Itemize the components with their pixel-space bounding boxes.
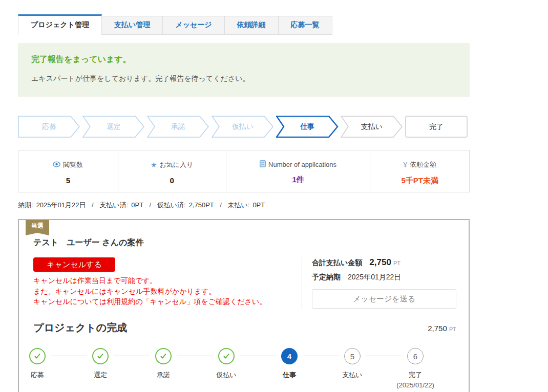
separator: / [92, 201, 94, 209]
payment-meta: 納期:2025年01月22日 / 支払い済:0PT / 仮払い済:2,750PT… [18, 201, 470, 210]
progress-stepper: 応募 選定 承諾 仮払い [29, 348, 470, 389]
provisional-value: 2,750PT [189, 201, 214, 209]
flow-step-label: 仕事 [276, 116, 339, 138]
status-alert: 完了報告をまっています。 エキスパートが仕事をしております。完了報告を待ってくだ… [18, 43, 470, 97]
stat-amount-value: 5千PT未満 [370, 176, 469, 186]
cancel-notes: キャンセルは作業当日まで可能です。 また、キャンセルにはキャンセル手数料がかかり… [33, 275, 289, 307]
flow-step-acceptance: 承諾 [147, 116, 209, 138]
project-title: テスト ユーザー さんの案件 [33, 237, 456, 248]
total-payment-value: 2,750 [369, 257, 391, 268]
check-circle-icon [218, 348, 235, 364]
card-columns: キャンセルする キャンセルは作業当日まで可能です。 また、キャンセルにはキャンセ… [33, 257, 456, 309]
check-circle-icon [155, 348, 172, 364]
stat-favorites: ★ お気に入り 0 [118, 150, 226, 192]
step-number-circle: 5 [344, 348, 361, 364]
stat-applications: Number of applications 1件 [226, 150, 370, 192]
flow-step-label: 承諾 [147, 116, 209, 138]
yen-icon: ¥ [403, 161, 407, 168]
document-icon [260, 160, 266, 168]
cancel-button[interactable]: キャンセルする [33, 257, 115, 272]
total-payment-unit: PT [393, 260, 401, 266]
cancel-note-line: キャンセルについては利用規約の「キャンセル」項をご確認ください。 [33, 296, 289, 307]
total-payment-label: 合計支払い金額 [312, 258, 362, 268]
section-title: プロジェクトの完成 [33, 321, 127, 335]
cancel-section: キャンセルする キャンセルは作業当日まで可能です。 また、キャンセルにはキャンセ… [33, 257, 302, 309]
connector-line [366, 356, 402, 356]
unpaid-value: 0PT [252, 201, 265, 209]
tab-application-list[interactable]: 応募一覧 [278, 16, 332, 35]
flow-step-label: 完了 [405, 116, 468, 138]
flow-step-label: 選定 [82, 116, 145, 138]
stat-favorites-label: ★ お気に入り [118, 160, 226, 169]
step-number-circle: 4 [281, 348, 298, 364]
flow-step-label: 支払い [341, 116, 403, 138]
connector-line [51, 356, 87, 356]
paid-label: 支払い済: [99, 201, 128, 209]
flow-step-label: 応募 [18, 116, 80, 138]
progress-step-apply: 応募 [29, 348, 92, 389]
tab-messages[interactable]: メッセージ [162, 16, 224, 35]
deadline-label: 納期: [18, 201, 33, 209]
payment-summary: 合計支払い金額 2,750 PT 予定納期 2025年01月22日 メッセージを… [302, 257, 456, 309]
connector-line [114, 356, 150, 356]
check-circle-icon [92, 348, 109, 364]
stat-views-label: 閲覧数 [18, 160, 118, 169]
tab-project-management[interactable]: プロジェクト管理 [18, 14, 102, 35]
flow-step-payment: 支払い [341, 116, 403, 138]
deadline-value: 2025年01月22日 [36, 201, 86, 209]
flow-step-selection: 選定 [82, 116, 145, 138]
project-page: プロジェクト管理 支払い管理 メッセージ 依頼詳細 応募一覧 完了報告をまってい… [18, 0, 470, 392]
stats-bar: 閲覧数 5 ★ お気に入り 0 Number of applications 1… [18, 150, 470, 192]
stat-applications-value: 1件 [226, 175, 370, 185]
tab-request-details[interactable]: 依頼詳細 [224, 16, 279, 35]
due-date-label: 予定納期 [312, 273, 341, 282]
flow-step-apply: 応募 [18, 116, 80, 138]
completion-date: (2025/01/22) [387, 381, 444, 389]
connector-line [240, 356, 276, 356]
cancel-note-line: また、キャンセルにはキャンセル手数料がかかります。 [33, 286, 289, 297]
alert-title: 完了報告をまっています。 [31, 54, 456, 65]
provisional-label: 仮払い済: [157, 201, 186, 209]
progress-step-work: 4 仕事 [281, 348, 344, 389]
section-heading-row: プロジェクトの完成 2,750 PT [33, 321, 456, 335]
progress-step-selection: 選定 [92, 348, 155, 389]
check-circle-icon [29, 348, 46, 364]
project-card: 当選 テスト ユーザー さんの案件 キャンセルする キャンセルは作業当日まで可能… [18, 219, 470, 392]
winner-badge: 当選 [26, 219, 49, 235]
tab-payment-management[interactable]: 支払い管理 [101, 16, 163, 35]
alert-body: エキスパートが仕事をしております。完了報告を待ってください。 [31, 74, 456, 83]
flow-step-provisional-payment: 仮払い [212, 116, 274, 138]
cancel-note-line: キャンセルは作業当日まで可能です。 [33, 275, 289, 286]
flow-step-complete: 完了 [405, 116, 468, 138]
separator: / [220, 201, 222, 209]
due-date-value: 2025年01月22日 [348, 273, 401, 282]
stat-amount: ¥ 依頼金額 5千PT未満 [370, 150, 469, 192]
flow-step-work: 仕事 [276, 116, 339, 138]
unpaid-label: 未払い: [227, 201, 249, 209]
workflow-steps: 応募 選定 承諾 仮払い 仕事 支払い [18, 116, 470, 138]
paid-value: 0PT [131, 201, 143, 209]
progress-step-acceptance: 承諾 [155, 348, 218, 389]
due-date-row: 予定納期 2025年01月22日 [312, 273, 456, 282]
stat-amount-label: ¥ 依頼金額 [370, 160, 469, 169]
star-icon: ★ [151, 161, 157, 168]
separator: / [150, 201, 152, 209]
eye-icon [53, 161, 60, 168]
connector-line [177, 356, 213, 356]
progress-step-complete: 6 完了 (2025/01/22) [407, 348, 470, 389]
total-payment-row: 合計支払い金額 2,750 PT [312, 257, 456, 268]
progress-step-provisional-payment: 仮払い [218, 348, 281, 389]
section-amount: 2,750 PT [428, 324, 456, 333]
stat-views: 閲覧数 5 [18, 150, 118, 192]
applications-count-link[interactable]: 1件 [292, 175, 304, 184]
step-number-circle: 6 [407, 348, 424, 364]
tab-bar: プロジェクト管理 支払い管理 メッセージ 依頼詳細 応募一覧 [18, 14, 470, 35]
stat-views-value: 5 [18, 176, 118, 185]
connector-line [303, 356, 339, 356]
send-message-button[interactable]: メッセージを送る [312, 289, 456, 309]
stat-applications-label: Number of applications [226, 160, 370, 168]
flow-step-label: 仮払い [212, 116, 274, 138]
stat-favorites-value: 0 [118, 176, 226, 185]
